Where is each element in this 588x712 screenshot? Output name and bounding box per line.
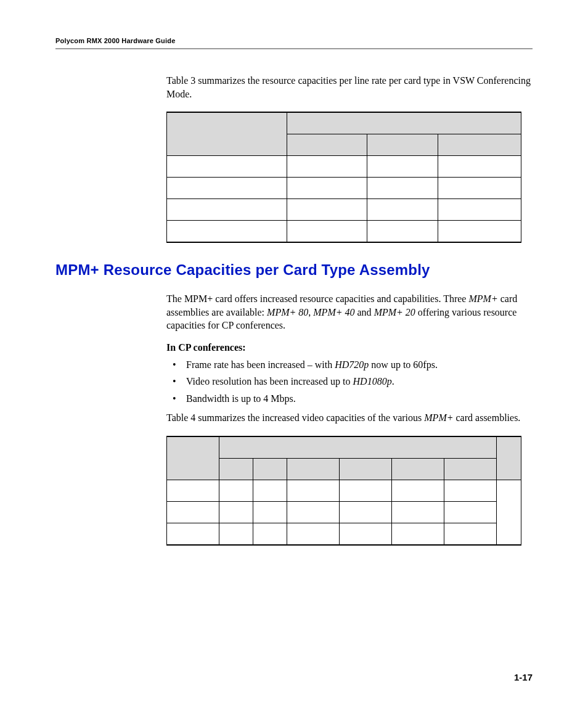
page-number: 1-17 [514, 672, 533, 682]
list-item: Frame rate has been increased – with HD7… [166, 358, 533, 372]
table-row [167, 156, 521, 178]
t4-subhdr-4 [340, 458, 392, 480]
table-4 [166, 436, 521, 546]
t4-subhdr-2 [253, 458, 287, 480]
t4-corner [167, 436, 219, 480]
running-head: Polycom RMX 2000 Hardware Guide [55, 37, 533, 44]
table-3 [166, 112, 521, 243]
cp-conferences-subhead: In CP conferences: [166, 341, 533, 354]
t4-subhdr-3 [287, 458, 340, 480]
t4-right-corner [497, 436, 521, 480]
t4-subhdr-5 [392, 458, 444, 480]
table-row [167, 480, 521, 501]
section-p2: Table 4 summarizes the increased video c… [166, 411, 533, 425]
t3-corner [167, 112, 287, 156]
header-rule [55, 48, 533, 49]
bullet-list: Frame rate has been increased – with HD7… [166, 358, 533, 406]
t3-subhdr-1 [287, 134, 367, 156]
t3-header-span [287, 112, 521, 134]
t3-subhdr-3 [438, 134, 521, 156]
list-item: Bandwidth is up to 4 Mbps. [166, 392, 533, 406]
t4-subhdr-6 [444, 458, 497, 480]
table-row [167, 523, 521, 545]
table-row [167, 221, 521, 243]
intro-paragraph: Table 3 summarizes the resource capaciti… [166, 74, 533, 100]
table-row [167, 199, 521, 221]
t3-subhdr-2 [367, 134, 438, 156]
t4-subhdr-1 [219, 458, 253, 480]
section-p1: The MPM+ card offers increased resource … [166, 292, 533, 332]
table-row [167, 178, 521, 199]
section-heading: MPM+ Resource Capacities per Card Type A… [55, 261, 533, 279]
list-item: Video resolution has been increased up t… [166, 375, 533, 388]
t4-header-span [219, 436, 497, 459]
table-row [167, 501, 521, 523]
